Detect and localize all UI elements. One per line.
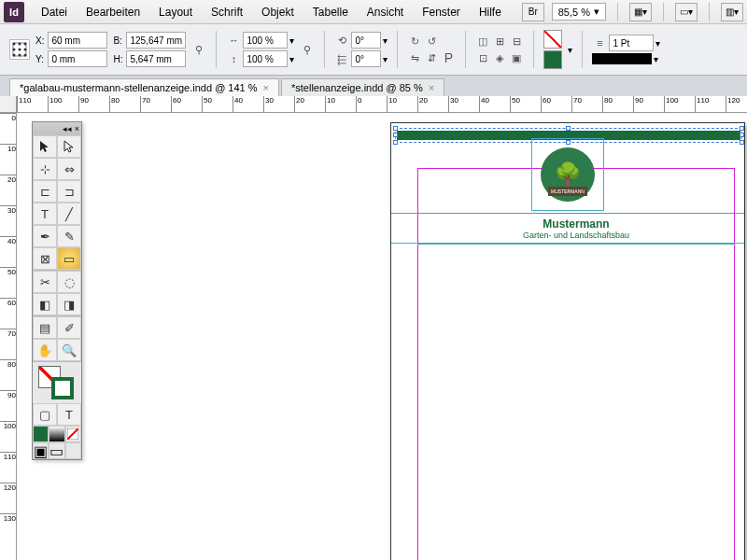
menu-fenster[interactable]: Fenster [413, 2, 470, 22]
align-icon-5[interactable]: ◈ [492, 50, 507, 65]
ruler-horizontal[interactable]: 1101009080706050403020100102030405060708… [17, 96, 747, 113]
menu-bearbeiten[interactable]: Bearbeiten [77, 2, 149, 22]
svg-point-6 [24, 49, 27, 51]
rectangle-frame-tool[interactable]: ⊠ [33, 247, 57, 270]
free-transform-tool[interactable]: ◌ [57, 271, 81, 293]
svg-point-4 [13, 49, 16, 51]
y-input[interactable] [48, 50, 107, 67]
logo-frame[interactable]: 🌳 MUSTERMANN [531, 138, 604, 211]
stroke-style-preview[interactable] [592, 53, 652, 64]
svg-point-3 [24, 43, 27, 46]
flip-v-icon[interactable]: ⇵ [424, 50, 439, 65]
w-input[interactable] [126, 32, 186, 49]
svg-point-8 [19, 54, 21, 57]
stroke-swatch[interactable] [543, 50, 562, 69]
selection-tool[interactable] [33, 135, 57, 158]
collapse-icon[interactable]: ◂◂ [63, 124, 72, 133]
page-tool[interactable]: ⊹ [33, 158, 57, 180]
svg-point-1 [13, 43, 16, 46]
tab-document-2[interactable]: *stellenanzeige.indd @ 85 %× [281, 78, 444, 96]
panel-header[interactable]: ◂◂ × [33, 122, 81, 135]
stroke-weight-input[interactable] [609, 35, 654, 51]
ruler-origin[interactable] [0, 96, 17, 113]
zoom-level[interactable]: 85,5 %▾ [552, 3, 606, 21]
menu-objekt[interactable]: Objekt [252, 2, 303, 22]
close-icon[interactable]: × [263, 82, 269, 93]
format-container-icon[interactable]: ▢ [33, 403, 57, 426]
close-icon[interactable]: × [75, 124, 79, 133]
scale-y-input[interactable] [243, 50, 288, 67]
reference-point-icon[interactable] [9, 39, 30, 60]
logo-ribbon: MUSTERMANN [548, 187, 587, 196]
bridge-button[interactable]: Br [522, 3, 544, 21]
gradient-feather-tool[interactable]: ◨ [57, 293, 81, 315]
shear-icon: ⬱ [334, 51, 349, 66]
ruler-vertical[interactable]: 0102030405060708090100110120130 [0, 113, 17, 560]
format-text-icon[interactable]: T [57, 403, 81, 426]
title-text-frame[interactable]: Mustermann Garten- und Landschaftsbau [417, 213, 735, 245]
fill-stroke-proxy[interactable] [33, 362, 81, 403]
apply-color-icon[interactable] [33, 426, 49, 442]
view-mode-preview[interactable]: ▭ [49, 442, 64, 459]
company-title: Mustermann [417, 217, 735, 231]
rotate-cw-icon[interactable]: ↻ [407, 34, 422, 49]
x-input[interactable] [48, 32, 107, 49]
menu-tabelle[interactable]: Tabelle [303, 2, 358, 22]
view-mode-normal[interactable]: ▣ [33, 442, 49, 459]
align-icon-6[interactable]: ▣ [509, 50, 524, 65]
stroke-weight-icon: ≡ [592, 35, 607, 50]
svg-point-9 [24, 54, 27, 57]
content-collector-tool[interactable]: ⊏ [33, 180, 57, 203]
hand-tool[interactable]: ✋ [33, 339, 57, 361]
logo-circle: 🌳 MUSTERMANN [541, 147, 595, 202]
tree-icon: 🌳 [554, 161, 582, 188]
rotate-input[interactable] [351, 32, 381, 49]
screen-mode-button[interactable]: ▭▾ [675, 3, 698, 21]
rectangle-tool[interactable]: ▭ [57, 247, 81, 270]
constrain-wh-icon[interactable]: ⚲ [191, 42, 206, 57]
y-label: Y: [35, 54, 44, 64]
stroke-proxy[interactable] [51, 377, 74, 399]
apply-none-icon[interactable] [65, 426, 81, 442]
scissors-tool[interactable]: ✂ [33, 271, 57, 293]
align-icon-2[interactable]: ⊞ [492, 34, 507, 49]
line-tool[interactable]: ╱ [57, 203, 81, 225]
align-icon-4[interactable]: ⊡ [475, 50, 490, 65]
menu-layout[interactable]: Layout [149, 2, 202, 22]
menu-datei[interactable]: Datei [32, 2, 77, 22]
arrange-button[interactable]: ▥▾ [721, 3, 743, 21]
gradient-swatch-tool[interactable]: ◧ [33, 293, 57, 315]
direct-selection-tool[interactable] [57, 135, 81, 158]
svg-point-2 [19, 43, 21, 46]
align-icon-3[interactable]: ⊟ [509, 34, 524, 49]
type-tool[interactable]: T [33, 203, 57, 225]
menu-ansicht[interactable]: Ansicht [358, 2, 413, 22]
document-tabs: *galabau-mustermann-stellenanzeige.indd … [0, 76, 747, 96]
document-page: 🌳 MUSTERMANN Mustermann Garten- und Land… [390, 122, 745, 560]
align-icon-1[interactable]: ◫ [475, 34, 490, 49]
flip-h-icon[interactable]: ⇋ [407, 50, 422, 65]
menu-hilfe[interactable]: Hilfe [470, 2, 511, 22]
content-placer-tool[interactable]: ⊐ [57, 180, 81, 203]
fill-swatch[interactable] [543, 30, 562, 49]
note-tool[interactable]: ▤ [33, 316, 57, 339]
pencil-tool[interactable]: ✎ [57, 225, 81, 247]
gap-tool[interactable]: ⇔ [57, 158, 81, 180]
pen-tool[interactable]: ✒ [33, 225, 57, 247]
tab-document-1[interactable]: *galabau-mustermann-stellenanzeige.indd … [9, 78, 279, 96]
zoom-tool[interactable]: 🔍 [57, 339, 81, 361]
h-input[interactable] [126, 50, 186, 67]
shear-input[interactable] [351, 50, 381, 67]
rotate-ccw-icon[interactable]: ↺ [424, 34, 439, 49]
transform-p-icon[interactable]: P [441, 50, 456, 65]
close-icon[interactable]: × [429, 82, 434, 93]
eyedropper-tool[interactable]: ✐ [57, 316, 81, 339]
scale-y-icon: ↕ [226, 51, 241, 66]
canvas[interactable]: 🌳 MUSTERMANN Mustermann Garten- und Land… [17, 113, 747, 560]
scale-x-input[interactable] [243, 32, 288, 49]
w-label: B: [113, 35, 122, 46]
view-options-button[interactable]: ▦▾ [629, 3, 652, 21]
apply-gradient-icon[interactable] [49, 426, 64, 442]
menu-schrift[interactable]: Schrift [202, 2, 252, 22]
constrain-scale-icon[interactable]: ⚲ [300, 42, 315, 57]
